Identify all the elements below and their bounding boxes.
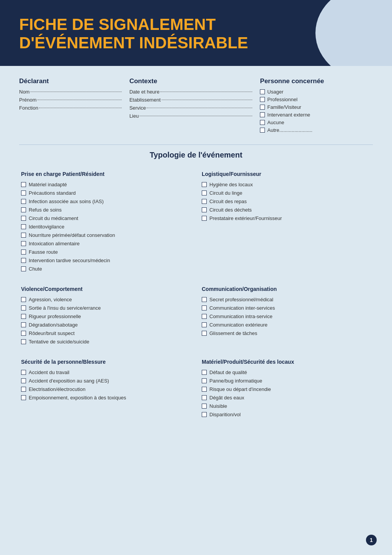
item-intervention-tardive: Intervention tardive secours/médecin <box>21 258 190 263</box>
top-info-section: Déclarant Nom Prénom Fonction Contexte D… <box>0 66 392 143</box>
cb-glissement-taches <box>202 331 207 336</box>
cb-rigueur-professionnelle <box>21 314 26 319</box>
cb-agression-violence <box>21 297 26 302</box>
cb-communication-exterieure <box>202 322 207 327</box>
cb-circuit-repas <box>202 199 207 204</box>
item-infection-associee: Infection associée aux soins (IAS) <box>21 199 190 204</box>
contexte-lieu-field: Lieu <box>129 113 252 119</box>
page-number: 1 <box>366 535 377 545</box>
cb-precautions-standard <box>21 190 26 195</box>
checkbox-intervenant <box>260 112 265 117</box>
item-defaut-qualite: Défaut de qualité <box>202 369 371 375</box>
cb-infection-associee <box>21 199 26 204</box>
item-disparition-vol: Disparition/vol <box>202 412 371 417</box>
item-materiel-inadapte: Matériel inadapté <box>21 182 190 187</box>
typology-materiel-produit-title: Matériel/Produit/Sécurité des locaux <box>202 359 371 365</box>
typology-prise-en-charge-title: Prise en charge Patient/Résident <box>21 171 190 177</box>
personne-concernee-title: Personne concernée <box>260 77 373 85</box>
item-secret-professionnel: Secret professionnel/médical <box>202 297 371 302</box>
cb-degradation-sabotage <box>21 322 26 327</box>
item-empoisonnement: Empoisonnement, exposition à des toxique… <box>21 395 190 401</box>
declarant-title: Déclarant <box>19 77 122 85</box>
declarant-section: Déclarant Nom Prénom Fonction <box>19 77 122 135</box>
item-rodeur-bruit: Rôdeur/bruit suspect <box>21 330 190 336</box>
declarant-prenom-field: Prénom <box>19 97 122 103</box>
typology-logistique: Logistique/Fournisseur Hygiène des locau… <box>196 167 377 282</box>
item-agression-violence: Agression, violence <box>21 297 190 302</box>
typology-securite-personne: Sécurité de la personne/Blessure Acciden… <box>15 355 196 428</box>
personne-intervenant-externe: Intervenant externe <box>260 112 373 118</box>
item-circuit-linge: Circuit du linge <box>202 190 371 196</box>
item-glissement-taches: Glissement de tâches <box>202 330 371 336</box>
item-circuit-repas: Circuit des repas <box>202 199 371 204</box>
typology-grid: Prise en charge Patient/Résident Matérie… <box>0 167 392 428</box>
personne-autre: Autre........................ <box>260 127 373 133</box>
typology-materiel-produit: Matériel/Produit/Sécurité des locaux Déf… <box>196 355 377 428</box>
cb-nuisible <box>202 404 207 409</box>
item-accident-exposition-sang: Accident d'exposition au sang (AES) <box>21 378 190 384</box>
cb-identitovigilance <box>21 224 26 229</box>
cb-degat-eaux <box>202 395 207 400</box>
cb-sortie-insu <box>21 305 26 310</box>
item-degat-eaux: Dégât des eaux <box>202 395 371 401</box>
item-rigueur-professionnelle: Rigueur professionnelle <box>21 314 190 319</box>
typology-communication: Communication/Organisation Secret profes… <box>196 282 377 355</box>
personne-professionnel: Professionnel <box>260 97 373 102</box>
item-refus-soins: Refus de soins <box>21 207 190 213</box>
item-chute: Chute <box>21 266 190 272</box>
item-fausse-route: Fausse route <box>21 249 190 255</box>
cb-circuit-linge <box>202 190 207 195</box>
item-circuit-medicament: Circuit du médicament <box>21 215 190 221</box>
cb-secret-professionnel <box>202 297 207 302</box>
cb-risque-incendie <box>202 387 207 392</box>
cb-fausse-route <box>21 250 26 255</box>
cb-communication-inter-services <box>202 305 207 310</box>
item-communication-intra-service: Communication intra-service <box>202 314 371 319</box>
declarant-fonction-field: Fonction <box>19 105 122 111</box>
cb-tentative-suicide <box>21 339 26 344</box>
contexte-service-field: Service <box>129 105 252 111</box>
cb-intervention-tardive <box>21 258 26 263</box>
cb-materiel-inadapte <box>21 182 26 187</box>
cb-circuit-medicament <box>21 216 26 221</box>
typology-prise-en-charge: Prise en charge Patient/Résident Matérie… <box>15 167 196 282</box>
cb-nourriture-perimee <box>21 233 26 238</box>
cb-intoxication-alimentaire <box>21 241 26 246</box>
item-sortie-insu: Sortie à l'insu du service/errance <box>21 305 190 311</box>
page-title: FICHE DE SIGNALEMENT D'ÉVÉNEMENT INDÉSIR… <box>19 15 373 53</box>
checkbox-autre <box>260 128 265 133</box>
item-communication-inter-services: Communication inter-services <box>202 305 371 311</box>
typology-violence: Violence/Comportement Agression, violenc… <box>15 282 196 355</box>
cb-chute <box>21 266 26 271</box>
item-degradation-sabotage: Dégradation/sabotage <box>21 322 190 328</box>
cb-hygiene-locaux <box>202 182 207 187</box>
personne-aucune: Aucune <box>260 120 373 125</box>
checkbox-aucune <box>260 120 265 125</box>
item-risque-incendie: Risque ou départ d'incendie <box>202 386 371 392</box>
item-tentative-suicide: Tentative de suicide/suicide <box>21 339 190 345</box>
personne-usager: Usager <box>260 89 373 95</box>
cb-defaut-qualite <box>202 370 207 375</box>
item-electrisation: Electrisation/électrocution <box>21 386 190 392</box>
cb-empoisonnement <box>21 395 26 400</box>
cb-electrisation <box>21 387 26 392</box>
item-accident-travail: Accident du travail <box>21 369 190 375</box>
item-identitovigilance: Identitovigilance <box>21 224 190 230</box>
typology-communication-title: Communication/Organisation <box>202 286 371 292</box>
item-nourriture-perimee: Nourriture périmée/défaut conservation <box>21 232 190 238</box>
section-divider <box>19 144 373 145</box>
contexte-etablissement-field: Etablissement <box>129 97 252 103</box>
item-nuisible: Nuisible <box>202 403 371 409</box>
item-prestataire-exterieur: Prestataire extérieur/Fournisseur <box>202 215 371 221</box>
typology-logistique-title: Logistique/Fournisseur <box>202 171 371 177</box>
item-intoxication-alimentaire: Intoxication alimentaire <box>21 241 190 246</box>
item-communication-exterieure: Communication extérieure <box>202 322 371 328</box>
personne-concernee-section: Personne concernée Usager Professionnel … <box>260 77 373 135</box>
cb-panne-bug-informatique <box>202 378 207 383</box>
declarant-nom-field: Nom <box>19 89 122 95</box>
contexte-date-field: Date et heure <box>129 89 252 95</box>
contexte-section: Contexte Date et heure Etablissement Ser… <box>129 77 252 135</box>
checkbox-famille <box>260 105 265 110</box>
cb-rodeur-bruit <box>21 331 26 336</box>
cb-circuit-dechets <box>202 207 207 212</box>
